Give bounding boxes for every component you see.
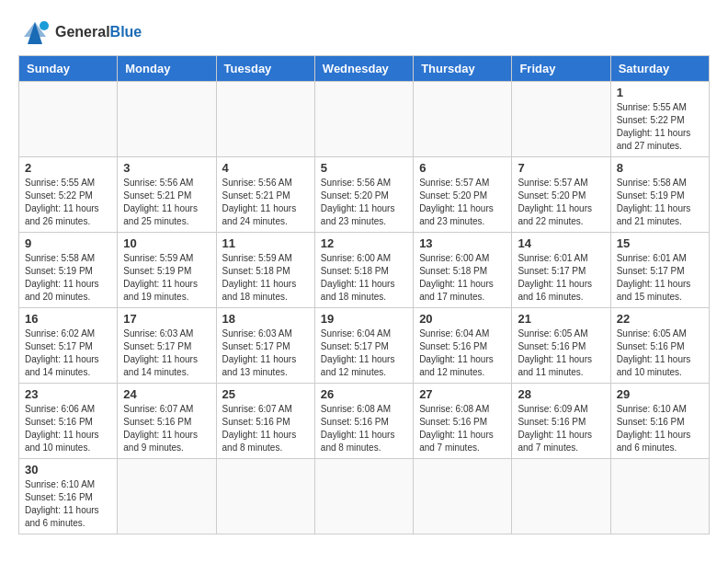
day-info: Sunrise: 5:55 AM Sunset: 5:22 PM Dayligh…: [617, 101, 703, 153]
day-info: Sunrise: 5:56 AM Sunset: 5:20 PM Dayligh…: [321, 177, 407, 228]
calendar-day-cell: 13Sunrise: 6:00 AM Sunset: 5:18 PM Dayli…: [414, 233, 512, 308]
day-number: 12: [321, 236, 407, 250]
calendar-day-cell: 10Sunrise: 5:59 AM Sunset: 5:19 PM Dayli…: [118, 233, 216, 308]
day-number: 22: [617, 312, 703, 326]
calendar-day-cell: 8Sunrise: 5:58 AM Sunset: 5:19 PM Daylig…: [610, 157, 709, 233]
calendar-day-cell: 17Sunrise: 6:03 AM Sunset: 5:17 PM Dayli…: [118, 308, 216, 384]
calendar-week-row: 9Sunrise: 5:58 AM Sunset: 5:19 PM Daylig…: [19, 233, 710, 308]
day-info: Sunrise: 6:01 AM Sunset: 5:17 PM Dayligh…: [617, 252, 703, 304]
calendar-day-cell: 24Sunrise: 6:07 AM Sunset: 5:16 PM Dayli…: [118, 384, 216, 459]
calendar-day-cell: 19Sunrise: 6:04 AM Sunset: 5:17 PM Dayli…: [314, 308, 413, 384]
calendar-day-cell: [118, 82, 216, 157]
logo-icon: [18, 18, 51, 46]
day-number: 20: [419, 312, 506, 326]
calendar-day-cell: [216, 82, 314, 157]
calendar-day-cell: 16Sunrise: 6:02 AM Sunset: 5:17 PM Dayli…: [19, 308, 118, 384]
column-header-friday: Friday: [512, 56, 610, 82]
calendar-day-cell: 4Sunrise: 5:56 AM Sunset: 5:21 PM Daylig…: [216, 157, 314, 233]
day-number: 14: [518, 236, 604, 250]
column-header-sunday: Sunday: [19, 56, 118, 82]
day-info: Sunrise: 6:08 AM Sunset: 5:16 PM Dayligh…: [419, 403, 506, 454]
day-info: Sunrise: 5:59 AM Sunset: 5:18 PM Dayligh…: [222, 252, 309, 304]
day-info: Sunrise: 5:57 AM Sunset: 5:20 PM Dayligh…: [419, 177, 506, 228]
calendar-week-row: 2Sunrise: 5:55 AM Sunset: 5:22 PM Daylig…: [19, 157, 710, 233]
calendar-day-cell: 7Sunrise: 5:57 AM Sunset: 5:20 PM Daylig…: [512, 157, 610, 233]
day-info: Sunrise: 6:01 AM Sunset: 5:17 PM Dayligh…: [518, 252, 604, 304]
calendar-day-cell: [314, 82, 413, 157]
day-info: Sunrise: 5:58 AM Sunset: 5:19 PM Dayligh…: [25, 252, 111, 304]
logo: GeneralBlue: [18, 18, 142, 46]
calendar-table: SundayMondayTuesdayWednesdayThursdayFrid…: [18, 55, 710, 534]
day-number: 10: [123, 236, 210, 250]
calendar-day-cell: 25Sunrise: 6:07 AM Sunset: 5:16 PM Dayli…: [216, 384, 314, 459]
day-number: 9: [25, 236, 111, 250]
day-number: 29: [617, 387, 703, 401]
day-info: Sunrise: 6:02 AM Sunset: 5:17 PM Dayligh…: [25, 327, 111, 379]
calendar-day-cell: 27Sunrise: 6:08 AM Sunset: 5:16 PM Dayli…: [414, 384, 512, 459]
calendar-day-cell: 23Sunrise: 6:06 AM Sunset: 5:16 PM Dayli…: [19, 384, 118, 459]
page-header: GeneralBlue: [18, 18, 710, 46]
day-info: Sunrise: 5:58 AM Sunset: 5:19 PM Dayligh…: [617, 177, 703, 228]
column-header-saturday: Saturday: [610, 56, 709, 82]
column-header-wednesday: Wednesday: [314, 56, 413, 82]
day-number: 3: [123, 161, 210, 175]
day-number: 30: [25, 463, 111, 477]
day-number: 23: [25, 387, 111, 401]
day-number: 4: [222, 161, 309, 175]
day-number: 5: [321, 161, 407, 175]
calendar-day-cell: [216, 459, 314, 534]
calendar-day-cell: [118, 459, 216, 534]
calendar-day-cell: [512, 82, 610, 157]
day-info: Sunrise: 6:05 AM Sunset: 5:16 PM Dayligh…: [617, 327, 703, 379]
calendar-day-cell: [414, 459, 512, 534]
day-info: Sunrise: 6:06 AM Sunset: 5:16 PM Dayligh…: [25, 403, 111, 454]
day-number: 24: [123, 387, 210, 401]
calendar-day-cell: 26Sunrise: 6:08 AM Sunset: 5:16 PM Dayli…: [314, 384, 413, 459]
calendar-day-cell: 21Sunrise: 6:05 AM Sunset: 5:16 PM Dayli…: [512, 308, 610, 384]
calendar-week-row: 30Sunrise: 6:10 AM Sunset: 5:16 PM Dayli…: [19, 459, 710, 534]
calendar-day-cell: 14Sunrise: 6:01 AM Sunset: 5:17 PM Dayli…: [512, 233, 610, 308]
calendar-day-cell: [19, 82, 118, 157]
column-header-thursday: Thursday: [414, 56, 512, 82]
calendar-day-cell: 20Sunrise: 6:04 AM Sunset: 5:16 PM Dayli…: [414, 308, 512, 384]
day-number: 6: [419, 161, 506, 175]
day-number: 13: [419, 236, 506, 250]
day-number: 18: [222, 312, 309, 326]
calendar-day-cell: 2Sunrise: 5:55 AM Sunset: 5:22 PM Daylig…: [19, 157, 118, 233]
day-info: Sunrise: 6:05 AM Sunset: 5:16 PM Dayligh…: [518, 327, 604, 379]
calendar-day-cell: 11Sunrise: 5:59 AM Sunset: 5:18 PM Dayli…: [216, 233, 314, 308]
calendar-day-cell: 30Sunrise: 6:10 AM Sunset: 5:16 PM Dayli…: [19, 459, 118, 534]
calendar-day-cell: 28Sunrise: 6:09 AM Sunset: 5:16 PM Dayli…: [512, 384, 610, 459]
logo-text: GeneralBlue: [55, 24, 142, 40]
day-number: 8: [617, 161, 703, 175]
day-info: Sunrise: 6:07 AM Sunset: 5:16 PM Dayligh…: [222, 403, 309, 454]
calendar-day-cell: 3Sunrise: 5:56 AM Sunset: 5:21 PM Daylig…: [118, 157, 216, 233]
day-info: Sunrise: 5:57 AM Sunset: 5:20 PM Dayligh…: [518, 177, 604, 228]
day-info: Sunrise: 6:10 AM Sunset: 5:16 PM Dayligh…: [25, 478, 111, 530]
day-number: 28: [518, 387, 604, 401]
day-info: Sunrise: 5:55 AM Sunset: 5:22 PM Dayligh…: [25, 177, 111, 228]
day-info: Sunrise: 6:07 AM Sunset: 5:16 PM Dayligh…: [123, 403, 210, 454]
calendar-day-cell: [512, 459, 610, 534]
calendar-day-cell: [610, 459, 709, 534]
calendar-day-cell: [414, 82, 512, 157]
calendar-day-cell: 6Sunrise: 5:57 AM Sunset: 5:20 PM Daylig…: [414, 157, 512, 233]
day-info: Sunrise: 6:04 AM Sunset: 5:17 PM Dayligh…: [321, 327, 407, 379]
calendar-week-row: 1Sunrise: 5:55 AM Sunset: 5:22 PM Daylig…: [19, 82, 710, 157]
calendar-day-cell: [314, 459, 413, 534]
day-info: Sunrise: 5:59 AM Sunset: 5:19 PM Dayligh…: [123, 252, 210, 304]
day-info: Sunrise: 5:56 AM Sunset: 5:21 PM Dayligh…: [222, 177, 309, 228]
calendar-header-row: SundayMondayTuesdayWednesdayThursdayFrid…: [19, 56, 710, 82]
day-info: Sunrise: 5:56 AM Sunset: 5:21 PM Dayligh…: [123, 177, 210, 228]
svg-point-3: [40, 21, 49, 30]
calendar-day-cell: 1Sunrise: 5:55 AM Sunset: 5:22 PM Daylig…: [610, 82, 709, 157]
calendar-day-cell: 29Sunrise: 6:10 AM Sunset: 5:16 PM Dayli…: [610, 384, 709, 459]
column-header-tuesday: Tuesday: [216, 56, 314, 82]
calendar-day-cell: 5Sunrise: 5:56 AM Sunset: 5:20 PM Daylig…: [314, 157, 413, 233]
calendar-day-cell: 22Sunrise: 6:05 AM Sunset: 5:16 PM Dayli…: [610, 308, 709, 384]
day-number: 27: [419, 387, 506, 401]
day-number: 2: [25, 161, 111, 175]
day-number: 11: [222, 236, 309, 250]
day-number: 21: [518, 312, 604, 326]
day-info: Sunrise: 6:03 AM Sunset: 5:17 PM Dayligh…: [222, 327, 309, 379]
